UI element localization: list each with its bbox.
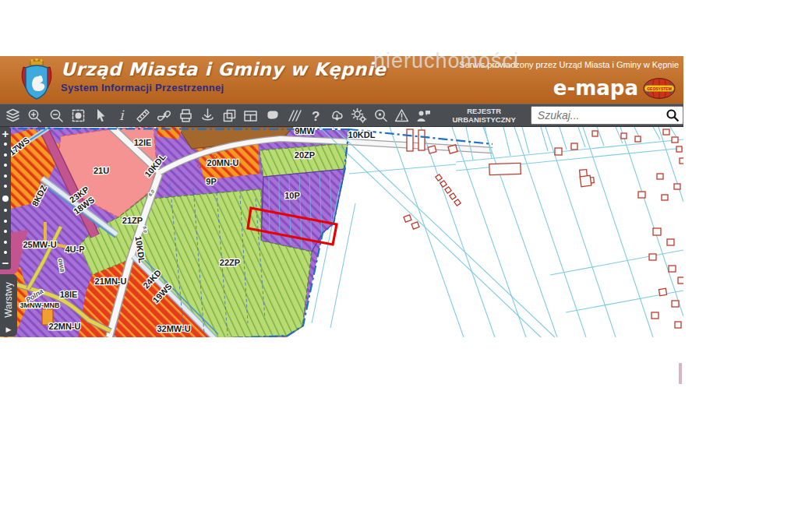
- measure-icon[interactable]: [132, 104, 154, 126]
- zoom-level-dot[interactable]: [4, 220, 7, 223]
- building-outline: [635, 136, 641, 142]
- building-outline: [672, 137, 678, 143]
- building-outline: [667, 239, 674, 245]
- layout-panels-icon[interactable]: [240, 104, 262, 126]
- layers-icon[interactable]: [2, 104, 24, 126]
- building-outline: [428, 146, 436, 153]
- select-area-icon[interactable]: [67, 104, 89, 126]
- link-icon[interactable]: [154, 104, 175, 126]
- zoom-level-dot[interactable]: [4, 251, 7, 254]
- building-outline: [418, 130, 425, 150]
- zoom-in-button[interactable]: +: [2, 127, 9, 140]
- zone-orange-rect-1: [42, 309, 53, 325]
- zoom-control-bar: + −: [0, 127, 11, 270]
- map-toolbar: i ? REJESTR URBANISTYCZNY: [0, 104, 683, 127]
- zoom-level-dot[interactable]: [4, 153, 7, 157]
- svg-text:?: ?: [312, 108, 320, 123]
- chevron-right-icon: ▶: [6, 326, 12, 333]
- building-outline: [659, 288, 666, 295]
- building-outline: [651, 312, 659, 319]
- zoom-level-dot[interactable]: [4, 230, 7, 233]
- cloud-download-icon[interactable]: [327, 104, 348, 126]
- copy-view-icon[interactable]: [218, 104, 240, 126]
- layers-panel-tab[interactable]: Warstwy ▶: [0, 274, 17, 336]
- building-outline: [678, 277, 683, 284]
- building-outline: [454, 199, 461, 206]
- hatch-lines-icon[interactable]: [283, 104, 305, 126]
- building-outline: [571, 143, 577, 150]
- zoom-level-dot[interactable]: [4, 164, 7, 167]
- map-canvas[interactable]: 17WS12IE21U10KDL9MW10KDL20MN-U9P20ZP10P8…: [0, 127, 683, 337]
- scrollbar-artifact: [679, 363, 682, 384]
- building-outline: [407, 129, 413, 151]
- pointer-icon[interactable]: [89, 104, 111, 126]
- building-outline: [445, 187, 451, 193]
- help-icon[interactable]: ?: [305, 104, 327, 126]
- emapa-brand[interactable]: e-mapa GEOSYSTEM: [553, 76, 676, 100]
- building-outline: [674, 184, 680, 189]
- city-crest-logo: [19, 58, 55, 100]
- building-outline: [489, 163, 521, 174]
- building-outline: [662, 195, 668, 200]
- emapa-logo-text: e-mapa: [553, 76, 638, 100]
- building-outline: [663, 129, 669, 135]
- service-note: Serwis prowadzony przez Urząd Miasta i G…: [459, 60, 679, 69]
- geosystem-globe-icon: GEOSYSTEM: [643, 78, 676, 99]
- building-outline: [675, 322, 681, 328]
- zoom-level-dots: [2, 140, 9, 256]
- search-box: [531, 106, 683, 125]
- page: Urząd Miasta i Gminy w Kępnie System Inf…: [0, 0, 798, 532]
- feedback-user-icon[interactable]: [413, 104, 435, 126]
- building-outline: [669, 266, 676, 272]
- zoom-level-dot[interactable]: [2, 196, 9, 202]
- building-outline: [672, 301, 679, 307]
- print-icon[interactable]: [175, 104, 197, 126]
- zoom-level-dot[interactable]: [4, 209, 7, 212]
- polygon-note-icon[interactable]: [262, 104, 284, 126]
- building-outline: [440, 181, 447, 187]
- zoom-out-icon[interactable]: [45, 104, 67, 126]
- building-outline: [676, 146, 682, 152]
- building-outline: [448, 145, 457, 153]
- building-outline: [621, 133, 627, 139]
- search-object-icon[interactable]: [369, 104, 391, 126]
- svg-text:i: i: [119, 107, 125, 123]
- zoom-out-button[interactable]: −: [2, 256, 9, 270]
- zoom-level-dot[interactable]: [4, 185, 7, 188]
- search-input[interactable]: [531, 107, 675, 124]
- building-outline: [436, 174, 442, 181]
- settings-gears-icon[interactable]: [348, 104, 370, 126]
- layers-tab-label: Warstwy: [3, 282, 14, 318]
- svg-text:GEOSYSTEM: GEOSYSTEM: [647, 86, 672, 90]
- building-outline: [653, 228, 661, 235]
- building-outline: [450, 193, 456, 199]
- building-outline: [592, 131, 598, 136]
- building-outline: [638, 192, 645, 198]
- building-outline: [555, 148, 562, 155]
- download-marker-icon[interactable]: [196, 104, 218, 126]
- zoom-level-dot[interactable]: [4, 241, 7, 244]
- zoom-level-dot[interactable]: [4, 143, 7, 146]
- page-title: Urząd Miasta i Gminy w Kępnie: [61, 59, 386, 79]
- building-outline: [649, 254, 656, 260]
- search-icon[interactable]: [666, 108, 680, 122]
- zoom-level-dot[interactable]: [4, 174, 7, 178]
- building-outline: [404, 215, 411, 222]
- building-outline: [580, 175, 591, 187]
- info-icon[interactable]: i: [111, 104, 132, 126]
- app-header: Urząd Miasta i Gminy w Kępnie System Inf…: [0, 56, 683, 104]
- browser-white-strip: [0, 0, 683, 56]
- page-subtitle: System Informacji Przestrzennej: [61, 82, 386, 93]
- building-outline: [680, 158, 683, 164]
- register-urbanistyczny-button[interactable]: REJESTR URBANISTYCZNY: [445, 107, 522, 124]
- report-issue-icon[interactable]: [391, 104, 413, 126]
- building-outline: [411, 222, 419, 229]
- building-outline: [657, 174, 663, 179]
- zoom-in-icon[interactable]: [24, 104, 46, 126]
